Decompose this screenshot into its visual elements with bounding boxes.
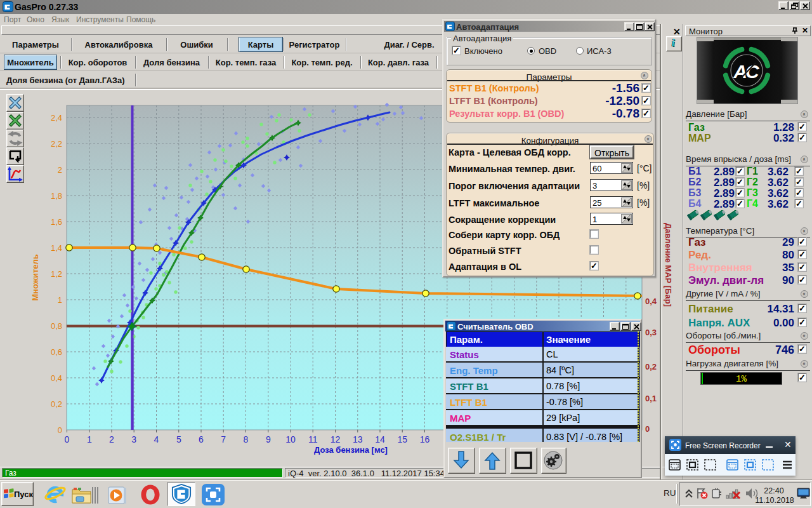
svg-text:Множитель: Множитель	[30, 254, 40, 301]
svg-text:8: 8	[244, 434, 249, 444]
svg-text:Давление МАР [Бар]: Давление МАР [Бар]	[664, 223, 673, 307]
svg-text:13: 13	[353, 434, 363, 444]
svg-text:0,4: 0,4	[645, 297, 657, 306]
svg-text:1: 1	[58, 295, 62, 305]
svg-text:16: 16	[420, 434, 430, 444]
svg-text:1,4: 1,4	[51, 243, 62, 253]
svg-text:1,8: 1,8	[51, 191, 62, 201]
svg-text:0,3: 0,3	[645, 328, 657, 337]
svg-text:0,6: 0,6	[51, 347, 62, 357]
svg-text:4: 4	[154, 434, 159, 444]
svg-text:3: 3	[131, 434, 136, 444]
svg-text:0,2: 0,2	[51, 399, 62, 409]
svg-text:5: 5	[176, 434, 181, 444]
svg-text:1: 1	[87, 434, 92, 444]
svg-text:0,1: 0,1	[645, 394, 657, 403]
svg-text:0: 0	[65, 434, 70, 444]
svg-text:2: 2	[58, 165, 62, 175]
svg-text:1,6: 1,6	[51, 217, 62, 227]
svg-text:0: 0	[645, 424, 650, 434]
svg-text:15: 15	[397, 434, 407, 444]
svg-text:10: 10	[285, 434, 296, 444]
svg-text:6: 6	[199, 434, 204, 444]
svg-text:7: 7	[221, 434, 226, 444]
svg-text:0,8: 0,8	[51, 321, 62, 331]
svg-text:AC: AC	[733, 61, 760, 82]
svg-text:1,2: 1,2	[51, 269, 62, 279]
svg-text:2: 2	[109, 434, 114, 444]
svg-text:14: 14	[375, 434, 385, 444]
svg-text:0: 0	[58, 425, 62, 435]
svg-text:11: 11	[308, 434, 318, 444]
svg-text:2,4: 2,4	[51, 113, 62, 123]
svg-text:Доза бензина [мс]: Доза бензина [мс]	[314, 445, 388, 455]
svg-text:0,4: 0,4	[51, 373, 62, 383]
svg-text:9: 9	[266, 434, 271, 444]
svg-text:0,2: 0,2	[645, 362, 657, 371]
svg-text:12: 12	[331, 434, 341, 444]
svg-text:2,2: 2,2	[51, 139, 62, 149]
